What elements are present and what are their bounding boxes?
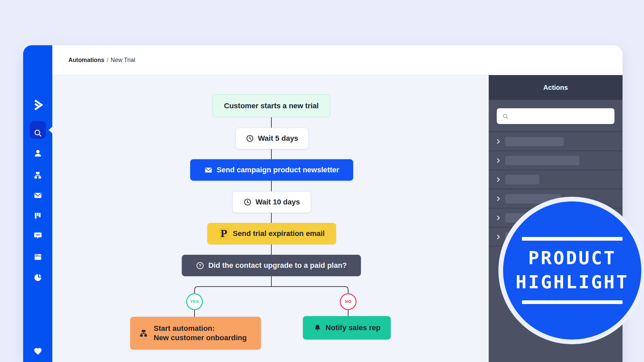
envelope-icon [204, 166, 213, 174]
trial-expiration-label: Send trial expiration email [233, 229, 325, 238]
breadcrumb-page: New Trial [111, 57, 135, 63]
sidebar-item-search[interactable] [23, 127, 52, 139]
heart-icon [34, 347, 42, 356]
sidebar-item-deals[interactable] [23, 209, 52, 222]
badge-line-2: HIGHLIGHT [516, 270, 629, 294]
sidebar-item-favorites[interactable] [23, 345, 52, 357]
top-header: Automations/New Trial [52, 45, 623, 75]
branch-yes-label: YES [190, 299, 199, 304]
breadcrumb-separator: / [104, 57, 111, 63]
breadcrumb-section[interactable]: Automations [68, 57, 104, 63]
chevron-right-icon [495, 157, 502, 164]
sidebar-item-automations[interactable] [23, 169, 52, 181]
clock-icon [246, 134, 254, 142]
notify-sales-label: Notify sales rep [326, 323, 381, 332]
nav-sidebar [23, 45, 52, 362]
sitemap-icon [139, 328, 148, 338]
flow-node-wait-5-days[interactable]: Wait 5 days [235, 128, 309, 149]
bell-icon [313, 324, 322, 332]
start-automation-label: Start automation:New customer onboarding [154, 324, 247, 343]
clock-icon [244, 198, 252, 206]
logo-chevron-icon [31, 98, 45, 112]
branch-no-label: NO [345, 299, 352, 304]
search-icon [34, 129, 42, 137]
placeholder-bar [505, 137, 564, 146]
placeholder-bar [505, 175, 539, 184]
sidebar-item-reports[interactable] [23, 272, 52, 284]
wait-10-label: Wait 10 days [256, 198, 300, 206]
branch-no-pill: NO [340, 293, 357, 310]
placeholder-bar [505, 156, 580, 165]
chat-bubble-icon [34, 231, 42, 240]
flow-node-send-campaign[interactable]: Send campaign product newsletter [190, 159, 353, 181]
branch-yes-pill: YES [186, 293, 203, 310]
sidebar-item-contacts[interactable] [23, 147, 52, 159]
chevron-right-icon [495, 138, 502, 145]
flow-node-start-automation[interactable]: Start automation:New customer onboarding [130, 317, 261, 350]
actions-search-input[interactable] [497, 108, 614, 124]
flow-node-trigger[interactable]: Customer starts a new trial [212, 94, 330, 117]
chevron-right-icon [495, 195, 502, 202]
flow-node-condition[interactable]: ? Did the contact upgrade to a paid plan… [182, 255, 361, 276]
send-campaign-label: Send campaign product newsletter [217, 166, 339, 174]
chevron-right-icon [495, 176, 502, 183]
svg-text:?: ? [199, 263, 201, 268]
badge-top-bar [522, 237, 623, 241]
flow-node-trial-expiration[interactable]: P Send trial expiration email [207, 223, 336, 244]
flow-node-notify-sales[interactable]: Notify sales rep [303, 316, 391, 340]
actions-list-item[interactable] [489, 170, 623, 189]
actions-panel-title: Actions [489, 75, 623, 100]
kanban-icon [34, 212, 42, 220]
browser-window-icon [34, 253, 42, 261]
wait-5-label: Wait 5 days [258, 134, 298, 143]
product-highlight-badge: PRODUCT HIGHLIGHT [498, 197, 644, 344]
trigger-label: Customer starts a new trial [224, 102, 319, 110]
breadcrumb: Automations/New Trial [68, 57, 135, 64]
actions-list-item[interactable] [489, 132, 623, 151]
sidebar-item-campaigns[interactable] [23, 189, 52, 201]
badge-bottom-bar [522, 300, 623, 304]
actions-search-wrap [489, 100, 623, 131]
sidebar-item-conversations[interactable] [23, 230, 52, 242]
sidebar-item-website[interactable] [23, 251, 52, 263]
question-icon: ? [196, 261, 204, 270]
envelope-icon [34, 191, 42, 200]
flow-node-wait-10-days[interactable]: Wait 10 days [232, 191, 311, 213]
search-icon [502, 113, 509, 120]
pie-chart-icon [34, 273, 42, 282]
active-nav-notch [49, 127, 52, 133]
actions-list-item[interactable] [489, 151, 623, 170]
sitemap-icon [33, 171, 42, 180]
activecampaign-logo[interactable] [23, 99, 52, 111]
postmark-p-icon: P [219, 228, 229, 239]
chevron-right-icon [495, 233, 502, 241]
badge-line-1: PRODUCT [528, 246, 616, 270]
condition-label: Did the contact upgrade to a paid plan? [208, 261, 347, 270]
person-icon [34, 149, 42, 158]
chevron-right-icon [495, 214, 502, 222]
